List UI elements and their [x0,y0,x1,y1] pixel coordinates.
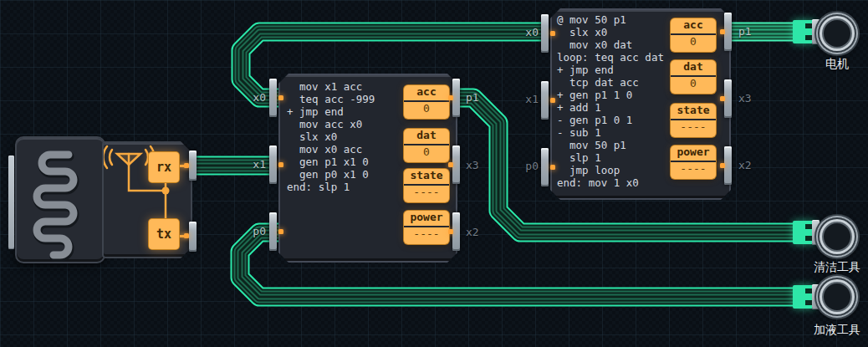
port-pin-icon [720,96,725,101]
register-name: state [404,169,449,186]
chip2-port-x1[interactable] [541,81,549,120]
chip2-register-dat: dat 0 [671,60,716,94]
chip2-register-state: state ---- [671,104,716,137]
rx-box: rx [149,152,179,182]
radio-rx-port[interactable] [189,151,197,181]
chip2-port-p1[interactable] [724,13,732,51]
chip1-register-state: state ---- [404,169,449,202]
chip2-port-label-p0: p0 [505,160,539,172]
register-value: ---- [404,186,449,202]
chip1-port-label-x3: x3 [466,159,499,171]
register-name: power [671,145,716,162]
rx-label: rx [156,160,171,175]
chip1-port-label-x2: x2 [466,226,499,238]
chip1-port-x3[interactable] [452,145,460,184]
register-value: ---- [671,120,716,137]
register-name: state [671,104,716,120]
port-pin-icon [448,95,453,100]
chip2-register-power: power ---- [671,145,716,179]
register-value: 0 [404,145,449,162]
register-name: acc [404,85,449,102]
chip2-port-label-x0: x0 [505,26,539,38]
chip2-port-label-x2: x2 [738,159,772,171]
port-pin-icon [550,165,555,170]
chip1-port-label-p0: p0 [232,225,266,237]
chip2-port-label-x1: x1 [505,93,539,105]
port-pin-icon [550,31,555,36]
chip1-port-p1[interactable] [452,79,460,117]
chip1-register-acc: acc 0 [404,85,449,119]
chip1-port-x0[interactable] [269,79,277,117]
register-value: 0 [404,102,449,119]
chip1-register-power: power ---- [404,211,449,244]
register-value: 0 [671,77,716,94]
register-value: 0 [671,35,716,52]
chip1-port-x1[interactable] [269,145,277,184]
motor-connector-ring[interactable] [818,14,856,53]
port-pin-icon [278,95,283,100]
chip1-port-label-x1: x1 [232,158,266,171]
chip2-port-label-x3: x3 [738,92,772,105]
filler-label: 加液工具 [787,323,868,338]
cleaner-label: 清洁工具 [787,260,868,275]
chip2-register-acc: acc 0 [671,18,716,52]
port-pin-icon [720,29,725,34]
chip1-port-label-x0: x0 [232,91,266,104]
chip2-port-p0[interactable] [541,148,549,186]
port-pin-icon [448,162,453,167]
chip2-port-x0[interactable] [541,14,549,53]
register-name: dat [404,129,449,145]
chip2-port-label-p1: p1 [738,25,772,38]
chip1-register-dat: dat 0 [404,129,449,162]
port-pin-icon [550,98,555,103]
register-value: ---- [671,162,716,179]
chip1-port-x2[interactable] [452,212,460,251]
motor-label: 电机 [787,57,868,72]
radio-tx-port[interactable] [189,222,197,252]
tx-box: tx [149,219,179,249]
radio-edge-tab [8,156,14,249]
register-name: power [404,211,449,227]
chip2-port-x3[interactable] [724,79,732,118]
port-pin-icon [448,229,453,234]
chip1-port-p0[interactable] [269,212,277,251]
tx-label: tx [156,227,171,242]
coil-icon [17,138,104,262]
register-name: dat [671,60,716,77]
chip2-port-x2[interactable] [724,146,732,185]
register-value: ---- [404,227,449,244]
port-pin-icon [278,229,283,234]
chip1-port-label-p1: p1 [466,91,499,104]
filler-connector-ring[interactable] [818,278,856,316]
cleaner-connector-ring[interactable] [818,217,856,256]
chip1-code[interactable]: mov x1 acc teq acc -999 + jmp end mov ac… [287,80,375,193]
port-pin-icon [720,163,725,168]
chip2-code[interactable]: @ mov 50 p1 slx x0 mov x0 dat loop: teq … [557,13,664,189]
rx-port-pin-icon [184,163,189,168]
register-name: acc [671,18,716,35]
tx-port-pin-icon [184,233,189,238]
radio-device-coil-module[interactable] [15,136,105,263]
circuit-board: rx tx mov x1 acc teq acc -999 + jmp end … [0,0,868,347]
port-pin-icon [278,162,283,167]
